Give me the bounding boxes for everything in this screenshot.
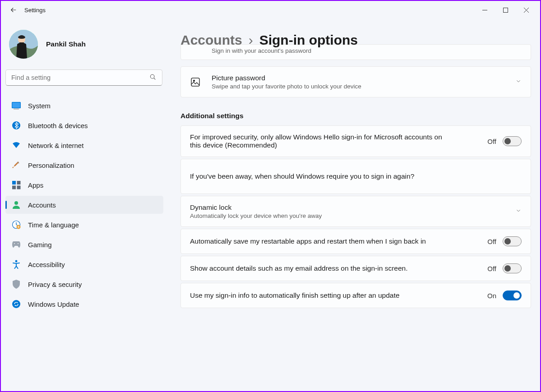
avatar xyxy=(9,30,38,59)
wifi-icon xyxy=(12,141,21,150)
svg-rect-20 xyxy=(191,78,199,86)
profile-block[interactable]: Pankil Shah xyxy=(5,23,163,69)
sidebar-item-personalization[interactable]: Personalization xyxy=(5,156,163,174)
card-subtitle: Sign in with your account's password xyxy=(212,47,311,54)
sidebar-item-gaming[interactable]: Gaming xyxy=(5,235,163,254)
sidebar-item-network[interactable]: Network & internet xyxy=(5,136,163,154)
toggle-state: On xyxy=(487,292,496,300)
close-button[interactable] xyxy=(516,3,536,17)
sidebar-item-label: Network & internet xyxy=(28,142,83,149)
sidebar-item-label: Bluetooth & devices xyxy=(28,122,88,129)
require-signin-setting: If you've been away, when should Windows… xyxy=(180,159,531,194)
finish-setup-setting: Use my sign-in info to automatically fin… xyxy=(180,283,531,308)
gaming-icon xyxy=(12,240,21,249)
svg-point-13 xyxy=(14,201,18,205)
maximize-button[interactable] xyxy=(495,3,516,17)
sidebar-item-label: Time & language xyxy=(28,221,79,229)
clock-icon xyxy=(12,220,21,229)
restart-apps-toggle[interactable] xyxy=(503,236,522,246)
chevron-down-icon xyxy=(515,208,522,215)
chevron-right-icon: › xyxy=(249,32,253,48)
card-title: Dynamic lock xyxy=(190,203,510,212)
svg-rect-10 xyxy=(17,181,20,184)
svg-point-4 xyxy=(150,74,154,78)
sidebar-item-label: Accounts xyxy=(28,201,56,209)
toggle-state: Off xyxy=(487,265,496,272)
setting-text: Show account details such as my email ad… xyxy=(190,264,443,272)
svg-rect-11 xyxy=(12,185,16,189)
minimize-button[interactable] xyxy=(474,3,495,17)
picture-password-card[interactable]: Picture password Swipe and tap your favo… xyxy=(180,66,531,97)
toggle-state: Off xyxy=(487,238,496,245)
sidebar-item-label: Gaming xyxy=(28,241,52,249)
sidebar-item-time-language[interactable]: Time & language xyxy=(5,216,163,234)
sidebar-item-label: Apps xyxy=(28,181,43,189)
back-button[interactable] xyxy=(5,1,23,19)
hello-only-setting: For improved security, only allow Window… xyxy=(180,125,531,157)
sidebar-item-label: Personalization xyxy=(28,161,74,169)
page-title: Sign-in options xyxy=(259,32,358,48)
chevron-down-icon xyxy=(515,78,522,86)
svg-rect-9 xyxy=(12,181,16,184)
svg-point-21 xyxy=(194,80,195,81)
svg-point-16 xyxy=(14,243,15,244)
show-details-setting: Show account details such as my email ad… xyxy=(180,256,531,281)
sidebar-item-windows-update[interactable]: Windows Update xyxy=(5,295,163,313)
update-icon xyxy=(12,300,21,309)
svg-point-17 xyxy=(18,243,18,244)
picture-icon xyxy=(190,77,201,88)
show-details-toggle[interactable] xyxy=(503,263,522,273)
svg-rect-0 xyxy=(503,8,508,12)
main-content: Accounts › Sign-in options Sign in with … xyxy=(168,19,540,391)
setting-text: If you've been away, when should Windows… xyxy=(190,172,425,180)
sidebar-item-label: Windows Update xyxy=(28,300,79,308)
hello-only-toggle[interactable] xyxy=(503,136,522,146)
card-subtitle: Automatically lock your device when you'… xyxy=(190,212,510,219)
titlebar: Settings xyxy=(1,1,540,19)
finish-setup-toggle[interactable] xyxy=(503,291,522,300)
arrow-left-icon xyxy=(9,6,18,14)
window-title: Settings xyxy=(24,7,46,14)
bluetooth-icon xyxy=(12,121,21,130)
restart-apps-setting: Automatically save my restartable apps a… xyxy=(180,229,531,254)
apps-icon xyxy=(12,180,21,189)
dynamic-lock-card[interactable]: Dynamic lock Automatically lock your dev… xyxy=(180,196,531,227)
toggle-state: Off xyxy=(487,138,496,145)
sidebar-item-accounts[interactable]: Accounts xyxy=(5,196,163,214)
card-title: Picture password xyxy=(212,74,510,82)
accessibility-icon xyxy=(12,260,21,269)
card-subtitle: Swipe and tap your favorite photo to unl… xyxy=(212,83,510,90)
sidebar-item-system[interactable]: System xyxy=(5,97,163,115)
sidebar-item-accessibility[interactable]: Accessibility xyxy=(5,255,163,273)
svg-point-18 xyxy=(15,260,18,263)
shield-icon xyxy=(12,280,21,289)
sidebar: Pankil Shah System Bluetooth & devices N… xyxy=(1,19,168,391)
svg-rect-6 xyxy=(12,102,20,108)
setting-text: Use my sign-in info to automatically fin… xyxy=(190,291,443,300)
profile-name: Pankil Shah xyxy=(46,40,86,48)
sidebar-item-bluetooth[interactable]: Bluetooth & devices xyxy=(5,116,163,134)
setting-text: For improved security, only allow Window… xyxy=(190,133,443,149)
sidebar-item-privacy[interactable]: Privacy & security xyxy=(5,275,163,293)
search-input[interactable] xyxy=(11,74,149,81)
sidebar-item-apps[interactable]: Apps xyxy=(5,176,163,194)
window-controls xyxy=(474,3,536,17)
setting-text: Automatically save my restartable apps a… xyxy=(190,237,443,245)
brush-icon xyxy=(12,161,21,170)
search-box[interactable] xyxy=(5,69,162,86)
search-icon xyxy=(149,74,157,82)
accounts-icon xyxy=(12,200,21,209)
nav-list: System Bluetooth & devices Network & int… xyxy=(5,97,163,313)
system-icon xyxy=(12,101,21,110)
svg-point-19 xyxy=(12,300,20,308)
sidebar-item-label: Privacy & security xyxy=(28,281,82,288)
svg-rect-12 xyxy=(17,185,20,189)
sidebar-item-label: System xyxy=(28,102,51,110)
section-heading: Additional settings xyxy=(180,112,531,120)
svg-rect-7 xyxy=(14,109,19,109)
breadcrumb-parent[interactable]: Accounts xyxy=(180,32,242,48)
sidebar-item-label: Accessibility xyxy=(28,261,65,268)
